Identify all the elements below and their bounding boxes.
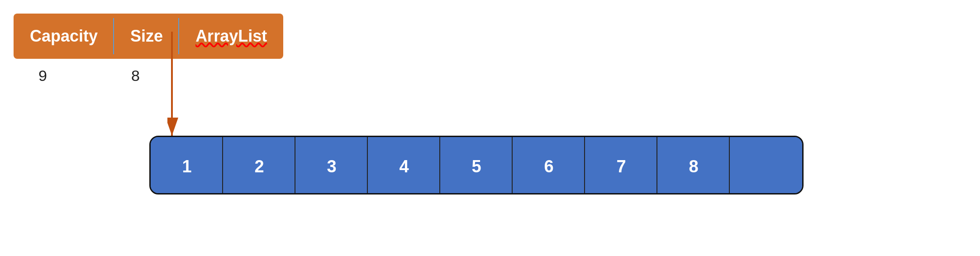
value-capacity: 9 <box>38 67 47 85</box>
header-box: CapacitySizeArrayList <box>14 14 283 59</box>
array-cell-4: 5 <box>440 137 513 194</box>
array-cell-3: 4 <box>368 137 440 194</box>
header-cell-capacity: Capacity <box>14 14 114 59</box>
array-cell-5: 6 <box>513 137 585 194</box>
array-cell-8 <box>730 137 802 194</box>
array-cell-6: 7 <box>585 137 657 194</box>
array-cell-2: 3 <box>295 137 368 194</box>
arrow-icon <box>167 27 222 145</box>
array-cell-7: 8 <box>657 137 730 194</box>
array-container: 12345678 <box>149 136 804 194</box>
array-cell-1: 2 <box>223 137 295 194</box>
value-size: 8 <box>131 67 140 85</box>
array-cell-0: 1 <box>151 137 223 194</box>
main-container: CapacitySizeArrayList 98 12345678 <box>0 0 980 256</box>
